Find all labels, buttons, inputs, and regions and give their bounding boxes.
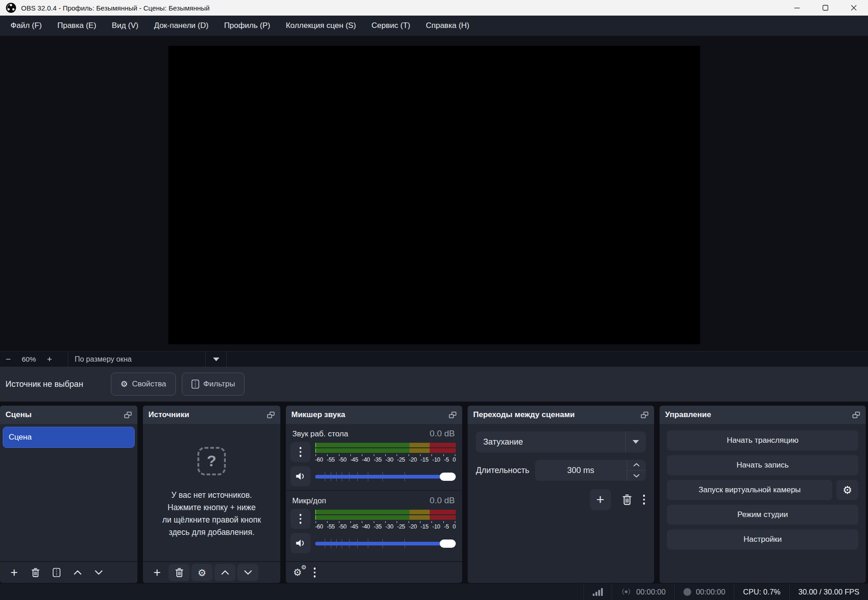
mixer-toolbar: ⚙⚙ (286, 561, 462, 583)
menu-profile[interactable]: Профиль (P) (216, 16, 278, 36)
menu-docks[interactable]: Док-панели (D) (146, 16, 216, 36)
settings-button[interactable]: Настройки (667, 529, 858, 550)
menu-help[interactable]: Справка (H) (418, 16, 477, 36)
preview-canvas[interactable] (168, 46, 700, 344)
sources-header: Источники (143, 406, 280, 424)
zoom-in-button[interactable]: + (41, 352, 58, 367)
controls-header: Управление (660, 406, 866, 424)
kebab-menu-icon (643, 495, 645, 505)
add-scene-button[interactable]: + (4, 564, 25, 581)
transitions-panel: Переходы между сценами Затухание Длитель… (468, 406, 654, 583)
obs-logo-icon (5, 2, 16, 13)
transition-menu-button[interactable] (643, 495, 645, 505)
mute-button[interactable] (290, 533, 311, 553)
channel-menu-button[interactable] (290, 442, 311, 462)
menu-file[interactable]: Файл (F) (3, 16, 49, 36)
meter-ticks (315, 454, 456, 456)
controls-body: Начать трансляцию Начать запись Запуск в… (660, 424, 866, 583)
fit-mode-dropdown[interactable]: По размеру окна (68, 352, 227, 367)
signal-bars-icon (593, 588, 603, 596)
start-streaming-button[interactable]: Начать трансляцию (667, 430, 858, 451)
slider-track (315, 475, 456, 479)
remove-transition-button[interactable] (622, 494, 632, 506)
meter-scale: -60-55-50-45-40-35-30-25-20-15-10-50 (315, 523, 456, 530)
move-scene-down-button[interactable] (88, 564, 109, 581)
add-transition-button[interactable]: + (590, 489, 611, 510)
fps-indicator: 30.00 / 30.00 FPS (789, 583, 868, 600)
move-scene-up-button[interactable] (67, 564, 88, 581)
studio-mode-button[interactable]: Режим студии (667, 505, 858, 525)
popout-icon[interactable] (267, 412, 275, 418)
slider-handle[interactable] (440, 473, 456, 481)
popout-icon[interactable] (852, 412, 860, 418)
menu-view[interactable]: Вид (V) (104, 16, 146, 36)
move-source-down-button[interactable] (237, 564, 258, 581)
zoom-out-button[interactable]: − (0, 352, 16, 367)
volume-meter: -60-55-50-45-40-35-30-25-20-15-10-50 (315, 509, 456, 530)
popout-icon[interactable] (124, 412, 132, 418)
channel-name: Микр/доп (292, 496, 326, 506)
mixer-channel-desktop: Звук раб. стола 0.0 dB -60-55-50-45-40-3… (290, 427, 456, 486)
meter-ticks (315, 521, 456, 523)
scenes-header: Сцены (0, 406, 137, 424)
slider-handle[interactable] (440, 539, 456, 548)
transition-select[interactable]: Затухание (476, 431, 646, 452)
sources-toolbar: + ⚙ (143, 561, 280, 583)
mute-button[interactable] (290, 466, 311, 486)
duration-value: 300 ms (535, 466, 627, 475)
menu-edit[interactable]: Правка (E) (49, 16, 104, 36)
volume-meter: -60-55-50-45-40-35-30-25-20-15-10-50 (315, 442, 456, 463)
sources-panel: Источники ? У вас нет источников. Нажмит… (143, 406, 280, 583)
sources-empty-state: ? У вас нет источников. Нажмите кнопку +… (143, 424, 280, 561)
advanced-audio-button[interactable]: ⚙⚙ (293, 564, 302, 581)
gear-icon: ⚙ (843, 485, 852, 495)
channel-level: 0.0 dB (430, 495, 455, 506)
start-virtualcam-button[interactable]: Запуск виртуальной камеры (667, 480, 832, 500)
menu-tools[interactable]: Сервис (T) (364, 16, 418, 36)
scene-item[interactable]: Сцена (3, 427, 135, 448)
statusbar: 00:00:00 00:00:00 CPU: 0.7% 30.00 / 30.0… (0, 583, 868, 600)
slider-track (315, 542, 456, 545)
minimize-button[interactable] (783, 0, 811, 16)
preview-zoom-bar: − 60% + По размеру окна (0, 351, 868, 367)
close-button[interactable] (840, 0, 868, 16)
remove-scene-button[interactable] (25, 564, 46, 581)
add-source-button[interactable]: + (147, 564, 168, 581)
mixer-channel-mic: Микр/доп 0.0 dB -60-55-50-45-40-35-30-25… (290, 494, 456, 553)
popout-icon[interactable] (449, 412, 457, 418)
menu-scene-collection[interactable]: Коллекция сцен (S) (278, 16, 364, 36)
mixer-menu-button[interactable] (314, 564, 316, 581)
maximize-button[interactable] (811, 0, 840, 16)
remove-source-button[interactable] (169, 564, 190, 581)
source-properties-button[interactable]: ⚙ (191, 564, 213, 581)
fit-mode-arrow[interactable] (205, 352, 226, 367)
volume-slider[interactable] (315, 533, 456, 553)
transitions-header: Переходы между сценами (468, 406, 654, 424)
mixer-body: Звук раб. стола 0.0 dB -60-55-50-45-40-3… (286, 424, 462, 561)
sources-list: ? У вас нет источников. Нажмите кнопку +… (143, 424, 280, 561)
record-timer: 00:00:00 (674, 583, 734, 600)
record-icon (683, 588, 691, 596)
zoom-level: 60% (16, 355, 41, 363)
channel-name: Звук раб. стола (292, 429, 348, 439)
kebab-menu-icon (300, 514, 302, 524)
preview-area (0, 36, 868, 351)
popout-icon[interactable] (641, 412, 649, 418)
chevron-down-icon (633, 440, 639, 447)
volume-slider[interactable] (315, 466, 456, 486)
kebab-menu-icon (300, 447, 302, 457)
properties-button[interactable]: ⚙ Свойства (111, 373, 176, 396)
virtualcam-settings-button[interactable]: ⚙ (836, 480, 858, 500)
move-source-up-button[interactable] (214, 564, 235, 581)
duration-spinner[interactable]: 300 ms (535, 460, 646, 481)
transition-value: Затухание (483, 437, 523, 447)
duration-increase-button[interactable] (627, 460, 646, 470)
scene-filters-button[interactable] (46, 564, 67, 581)
channel-menu-button[interactable] (290, 509, 311, 529)
transition-select-arrow[interactable] (626, 431, 646, 452)
duration-decrease-button[interactable] (627, 470, 646, 481)
filters-button[interactable]: Фильтры (182, 373, 245, 396)
start-recording-button[interactable]: Начать запись (667, 455, 858, 475)
broadcast-icon (621, 588, 632, 596)
no-source-label: Источник не выбран (5, 380, 111, 389)
